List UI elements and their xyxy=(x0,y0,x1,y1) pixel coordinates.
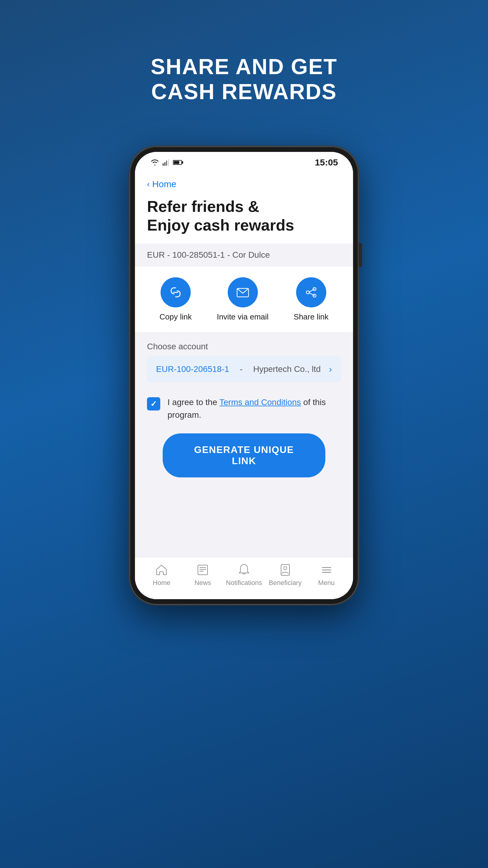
page-header: Refer friends & Enjoy cash rewards xyxy=(135,192,353,244)
status-icons xyxy=(150,159,182,166)
generate-section: GENERATE UNIQUE LINK xyxy=(135,427,353,487)
invite-email-label: Invite via email xyxy=(217,312,269,321)
notifications-icon xyxy=(237,563,251,577)
battery-icon xyxy=(173,160,182,165)
beneficiary-icon xyxy=(279,563,292,577)
home-icon xyxy=(155,563,168,577)
copy-link-option[interactable]: Copy link xyxy=(160,277,192,321)
nav-item-news[interactable]: News xyxy=(182,563,224,587)
menu-icon xyxy=(320,563,333,577)
back-nav[interactable]: ‹ Home xyxy=(135,173,353,192)
nav-news-label: News xyxy=(195,579,211,587)
nav-home-label: Home xyxy=(153,579,170,587)
terms-checkbox[interactable]: ✓ xyxy=(147,397,160,410)
choose-account-section: Choose account EUR-100-206518-1 - Hypert… xyxy=(135,333,353,387)
generate-unique-link-button[interactable]: GENERATE UNIQUE LINK xyxy=(163,433,325,477)
time-display: 15:05 xyxy=(315,157,338,167)
screen-content: ‹ Home Refer friends & Enjoy cash reward… xyxy=(135,173,353,599)
page-title: Refer friends & Enjoy cash rewards xyxy=(147,197,341,235)
status-bar: 15:05 xyxy=(135,152,353,173)
share-card: Copy link Invite via email xyxy=(135,267,353,333)
terms-link[interactable]: Terms and Conditions xyxy=(219,398,301,407)
account-name: Hypertech Co., ltd xyxy=(253,364,321,374)
choose-account-label: Choose account xyxy=(147,342,341,351)
back-chevron-icon: ‹ xyxy=(147,179,150,189)
news-icon xyxy=(196,563,209,577)
account-row[interactable]: EUR-100-206518-1 - Hypertech Co., ltd › xyxy=(147,356,341,382)
back-label: Home xyxy=(152,179,176,189)
bottom-nav: Home News xyxy=(135,557,353,599)
nav-notifications-label: Notifications xyxy=(226,579,262,587)
check-icon: ✓ xyxy=(150,400,157,408)
svg-point-12 xyxy=(284,567,287,569)
invite-email-option[interactable]: Invite via email xyxy=(217,277,269,321)
share-link-icon xyxy=(296,277,326,307)
svg-rect-7 xyxy=(198,565,207,575)
wifi-icon xyxy=(150,159,160,166)
account-separator: - xyxy=(237,364,245,374)
share-link-option[interactable]: Share link xyxy=(294,277,329,321)
hero-title: SHARE AND GET CASH REWARDS xyxy=(151,54,337,104)
phone-mockup: 15:05 ‹ Home Refer friends & Enjoy cash … xyxy=(130,147,358,604)
nav-menu-label: Menu xyxy=(318,579,335,587)
share-link-label: Share link xyxy=(294,312,329,321)
nav-beneficiary-label: Beneficiary xyxy=(269,579,301,587)
account-chevron-icon: › xyxy=(329,364,332,374)
content-spacer xyxy=(135,487,353,557)
email-icon xyxy=(228,277,258,307)
terms-section: ✓ I agree to the Terms and Conditions of… xyxy=(135,387,353,427)
terms-text: I agree to the Terms and Conditions of t… xyxy=(167,396,341,421)
account-id: EUR-100-206518-1 xyxy=(156,364,229,374)
nav-item-menu[interactable]: Menu xyxy=(306,563,347,587)
nav-item-home[interactable]: Home xyxy=(141,563,182,587)
copy-link-label: Copy link xyxy=(160,312,192,321)
copy-link-icon xyxy=(161,277,191,307)
nav-item-notifications[interactable]: Notifications xyxy=(224,563,265,587)
nav-item-beneficiary[interactable]: Beneficiary xyxy=(264,563,306,587)
signal-icon xyxy=(163,159,169,166)
account-info-row: EUR - 100-285051-1 - Cor Dulce xyxy=(135,244,353,267)
